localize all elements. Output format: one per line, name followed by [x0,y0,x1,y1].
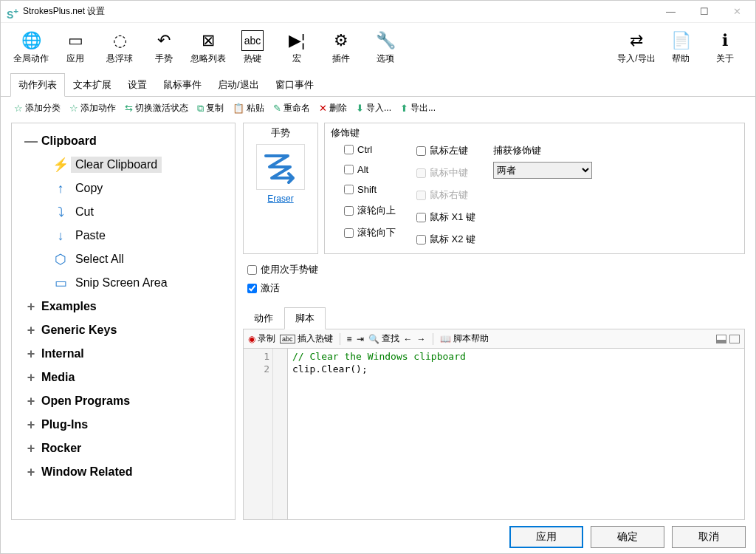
arrow-left-icon: ← [404,334,413,344]
modifiers-title: 修饰键 [331,126,738,140]
modifier-check[interactable]: Ctrl [344,144,396,155]
toolbar-gesture[interactable]: ↶手势 [142,27,185,68]
expand-icon[interactable]: + [21,417,41,433]
code-toolbar: ◉录制 abc插入热键 ≡ ⇥ 🔍查找 ← → 📖脚本帮助 [243,329,745,349]
tab-script[interactable]: 脚本 [284,307,326,329]
btn-prev[interactable]: ← [404,334,413,344]
toolbar-hotkey[interactable]: abc热键 [231,27,274,68]
action-label: Paste [71,228,110,244]
tree-action[interactable]: ↓Paste [16,224,230,247]
btn-add-category[interactable]: ☆添加分类 [11,100,63,116]
btn-copy[interactable]: ⧉复制 [194,100,227,116]
ok-button[interactable]: 确定 [591,526,664,548]
collapse-icon[interactable]: — [21,134,41,149]
toolbar-about[interactable]: ℹ关于 [704,27,746,68]
tab-startup-exit[interactable]: 启动/退出 [210,73,267,97]
apply-button[interactable]: 应用 [509,526,583,548]
action-tree[interactable]: —Clipboard⚡Clear Clipboard↑Copy⤵Cut↓Past… [11,123,236,520]
tree-folder[interactable]: +Open Programs [16,389,230,413]
gesture-name-link[interactable]: Eraser [267,194,293,204]
expand-icon[interactable]: + [21,299,41,315]
outdent-icon: ≡ [347,334,352,344]
expand-icon[interactable]: + [21,346,41,362]
modifier-check[interactable]: 鼠标 X1 键 [416,211,475,224]
btn-next[interactable]: → [417,334,426,344]
tree-folder[interactable]: —Clipboard [16,129,230,153]
tree-action[interactable]: ▭Snip Screen Area [16,271,230,295]
toolbar-ignore[interactable]: ⊠忽略列表 [187,27,230,68]
action-label: Cut [71,204,98,220]
tab-action-list[interactable]: 动作列表 [10,73,65,97]
btn-editor-min[interactable] [716,335,726,343]
tree-folder[interactable]: +Plug-Ins [16,413,230,437]
btn-script-help[interactable]: 📖脚本帮助 [440,332,489,345]
minimize-button[interactable]: — [654,1,687,23]
btn-rename[interactable]: ✎重命名 [270,100,313,116]
main-toolbar: 🌐全局动作 ▭应用 ◌悬浮球 ↶手势 ⊠忽略列表 abc热键 ▶¦宏 ⚙插件 🔧… [1,23,755,71]
tree-folder[interactable]: +Rocker [16,437,230,460]
toolbar-app[interactable]: ▭应用 [54,27,97,68]
btn-record[interactable]: ◉录制 [248,332,275,345]
toolbar-plugin[interactable]: ⚙插件 [320,27,362,68]
secondary-gesture-check[interactable]: 使用次手势键 [247,263,745,276]
toolbar-option[interactable]: 🔧选项 [364,27,407,68]
modifier-check[interactable]: Alt [344,164,396,175]
btn-outdent[interactable]: ≡ [347,334,352,344]
tab-settings[interactable]: 设置 [120,73,155,97]
btn-find[interactable]: 🔍查找 [368,332,399,345]
gesture-title: 手势 [250,126,312,140]
btn-indent[interactable]: ⇥ [357,334,364,344]
modifier-check[interactable]: Shift [344,184,396,195]
action-icon: ⬡ [50,251,71,267]
toolbar-float[interactable]: ◌悬浮球 [98,27,141,68]
line-number: 1 [244,351,269,363]
toolbar-global[interactable]: 🌐全局动作 [10,27,52,68]
btn-toggle-active[interactable]: ⇆切换激活状态 [122,100,191,116]
btn-insert-hotkey[interactable]: abc插入热键 [280,332,333,345]
code-tabs: 动作 脚本 [243,307,745,329]
modifier-check[interactable]: 鼠标左键 [416,144,475,157]
tree-action[interactable]: ⚡Clear Clipboard [16,153,230,177]
close-button[interactable]: ✕ [721,1,754,23]
modifier-check[interactable]: 鼠标右键 [416,188,475,202]
action-icon: ⤵ [50,205,71,220]
tree-folder[interactable]: +Media [16,366,230,389]
btn-export[interactable]: ⬆导出... [397,100,439,116]
toolbar-macro[interactable]: ▶¦宏 [275,27,318,68]
toolbar-import-export[interactable]: ⇄导入/导出 [615,27,658,68]
action-icon: ↑ [50,181,71,196]
capture-select[interactable]: 两者 [493,162,592,179]
tab-action[interactable]: 动作 [243,307,284,329]
expand-icon[interactable]: + [21,323,41,338]
expand-icon[interactable]: + [21,394,41,409]
btn-paste[interactable]: 📋粘贴 [230,100,267,116]
tab-window-events[interactable]: 窗口事件 [267,73,322,97]
code-editor[interactable]: 12 // Clear the Windows clipboardclip.Cl… [243,349,745,520]
modifier-check[interactable]: 鼠标中键 [416,166,475,179]
tree-action[interactable]: ⤵Cut [16,200,230,224]
content-area: —Clipboard⚡Clear Clipboard↑Copy⤵Cut↓Past… [1,120,755,523]
expand-icon[interactable]: + [21,441,41,456]
tree-action[interactable]: ⬡Select All [16,247,230,271]
cancel-button[interactable]: 取消 [672,526,746,548]
tab-text-expand[interactable]: 文本扩展 [65,73,120,97]
tree-folder[interactable]: +Generic Keys [16,318,230,342]
gesture-preview[interactable] [256,144,305,190]
btn-delete[interactable]: ✕删除 [316,100,350,116]
expand-icon[interactable]: + [21,465,41,480]
toolbar-help[interactable]: 📄帮助 [659,27,702,68]
tree-action[interactable]: ↑Copy [16,177,230,200]
modifier-check[interactable]: 鼠标 X2 键 [416,233,475,246]
tree-folder[interactable]: +Window Related [16,460,230,484]
modifier-check[interactable]: 滚轮向下 [344,226,396,239]
expand-icon[interactable]: + [21,370,41,386]
btn-import[interactable]: ⬇导入... [353,100,394,116]
modifier-check[interactable]: 滚轮向上 [344,204,396,217]
maximize-button[interactable]: ☐ [687,1,721,23]
active-check[interactable]: 激活 [247,281,745,295]
tree-folder[interactable]: +Internal [16,342,230,366]
tab-mouse-events[interactable]: 鼠标事件 [155,73,210,97]
btn-add-action[interactable]: ☆添加动作 [66,100,119,116]
tree-folder[interactable]: +Examples [16,295,230,318]
btn-editor-max[interactable] [729,335,740,343]
